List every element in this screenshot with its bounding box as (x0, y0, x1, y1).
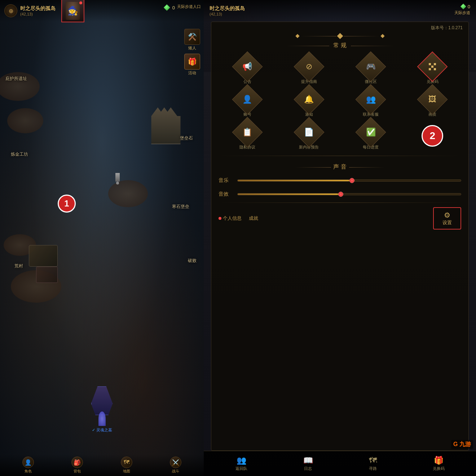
right-nav-party[interactable]: 👥 返回队 (231, 454, 252, 473)
left-nav-icon-1: 👤 (22, 457, 34, 468)
icon-redeem-diamond (422, 56, 443, 77)
icon-account[interactable]: 👤 账号 (219, 89, 276, 117)
left-bottom-nav: 👤 角色 🎒 背包 🗺 地图 ⚔️ 战斗 (0, 454, 204, 476)
qr-cell (429, 66, 431, 68)
sfx-slider-row: 音效 (219, 187, 461, 201)
coldstone-label: 寒石堡垒 (172, 204, 189, 210)
right-location: 时之尽头的孤岛 (42,13) (210, 5, 245, 16)
party-icon: 👥 (237, 456, 246, 465)
announcement-icon: 📢 (242, 62, 252, 71)
right-topbar: 时之尽头的孤岛 (42,13) 0 天际步道 (204, 0, 476, 22)
soul-tomb-label: 灵魂之墓 (96, 427, 112, 433)
privacy-icon: 📋 (242, 128, 252, 137)
icon-privacy[interactable]: 📋 隐私协议 (219, 121, 276, 150)
icon-quality[interactable]: 🖼 画质 (404, 89, 461, 117)
log-icon: 📖 (303, 456, 313, 465)
qr-cell (431, 63, 433, 65)
left-nav-icon-3: 🗺 (121, 457, 132, 468)
right-nav-pathfind[interactable]: 🗺 寻路 (365, 454, 381, 473)
step-badge-2: 2 (422, 125, 443, 147)
watermark: G 九游 (451, 440, 473, 449)
right-topbar-extra: 天际步道 (454, 10, 470, 15)
section-general-title: 常 规 (211, 40, 468, 52)
redeem-icon (429, 63, 436, 70)
icon-announcement[interactable]: 📢 公告 (219, 56, 276, 84)
right-currency-gem-icon (460, 4, 466, 9)
personal-info-button[interactable]: 个人信息 (219, 215, 242, 222)
icon-support-diamond: 👥 (360, 89, 382, 110)
settings-button[interactable]: ⚙ 设置 (433, 207, 461, 230)
portrait-figure: 🧙 (62, 0, 84, 22)
terrain-rock-5 (108, 180, 148, 207)
right-currency: 0 (460, 4, 470, 9)
icon-notification-diamond: 🔔 (298, 89, 320, 110)
sfx-slider-fill (238, 193, 338, 195)
personal-row: 个人信息 成就 ⚙ 设置 (211, 204, 468, 232)
icon-support[interactable]: 👥 联系客服 (342, 89, 400, 117)
sfx-slider-track[interactable] (237, 193, 461, 195)
icon-preview-diamond: 📄 (298, 121, 320, 143)
notification-icon: 🔔 (304, 95, 314, 104)
qr-cell (429, 68, 431, 70)
icon-preview[interactable]: 📄 新内容预告 (280, 121, 338, 150)
left-nav-item-4[interactable]: ⚔️ 战斗 (170, 457, 181, 474)
left-nav-item-2[interactable]: 🎒 背包 (71, 457, 83, 474)
music-slider-row: 音乐 (219, 174, 461, 187)
location-icon: ⊕ (4, 4, 17, 17)
support-icon: 👥 (366, 95, 376, 104)
broken-label: 破败 (188, 258, 197, 264)
icon-quality-diamond: 🖼 (422, 89, 443, 110)
character-portrait[interactable]: 🧙 (61, 0, 84, 22)
community-icon: 🎮 (366, 62, 376, 71)
activity-button[interactable]: 🎁 活动 (184, 54, 200, 76)
qr-cell (431, 68, 433, 70)
icon-community[interactable]: 🎮 微社区 (342, 56, 400, 84)
icon-privacy-diamond: 📋 (237, 121, 258, 143)
sfx-slider-thumb[interactable] (338, 192, 343, 197)
music-slider-thumb[interactable] (349, 178, 354, 183)
dwarf-button[interactable]: ⚒️ 矮人 (184, 29, 200, 51)
left-nav-icon-4: ⚔️ (170, 457, 181, 468)
right-currency-value: 0 (468, 4, 470, 9)
settings-label: 设置 (442, 219, 452, 226)
settings-panel: 版本号：1.0.271 常 规 📢 公告 (211, 22, 469, 451)
icon-daily-progress[interactable]: ✅ 每日进度 (342, 121, 400, 150)
icon-redeem[interactable]: 兑换码 (404, 56, 461, 84)
left-nav-icon-2: 🎒 (71, 457, 83, 468)
right-nav-redeem[interactable]: 🎁 兑换码 (428, 454, 449, 473)
qr-cell (431, 66, 433, 68)
music-slider-track[interactable] (237, 179, 461, 182)
shelter-label: 庇护所遗址 (5, 76, 27, 82)
alchemy-label: 炼金工坊 (11, 151, 28, 157)
icon-account-diamond: 👤 (237, 89, 258, 110)
icon-notification[interactable]: 🔔 通知 (280, 89, 338, 117)
soul-tomb: ✓ 灵魂之墓 (91, 386, 113, 433)
icon-guide-diamond: ⊘ (298, 56, 320, 77)
qr-cell (434, 66, 436, 68)
left-nav-item-3[interactable]: 🗺 地图 (121, 457, 132, 474)
top-buttons: ⚒️ 矮人 🎁 活动 (184, 29, 200, 76)
left-topbar: ⊕ 时之尽头的孤岛 (42,13) 🧙 0 天际步道人口 (0, 0, 204, 22)
topbar-label: 天际步道人口 (177, 3, 201, 9)
qr-cell (429, 63, 431, 65)
sound-title: 声 音 (219, 160, 461, 174)
icon-daily-diamond: ✅ (360, 121, 382, 143)
decorative-diamonds (211, 32, 468, 40)
daily-icon: ✅ (366, 128, 376, 137)
right-location-coords: (42,13) (210, 12, 245, 16)
achievement-label: 成就 (249, 215, 258, 222)
currency-gem-icon (164, 4, 170, 11)
quality-icon: 🖼 (428, 95, 436, 104)
music-label: 音乐 (219, 177, 233, 184)
left-nav-item-1[interactable]: 👤 角色 (22, 457, 34, 474)
personal-info-label: 个人信息 (223, 215, 242, 222)
icon-guide[interactable]: ⊘ 提升指南 (280, 56, 338, 84)
left-panel: ✓ 灵魂之墓 1 庇护所遗址 炼金工坊 堡垒石 寒石堡垒 荒村 破败 ⊕ 时之尽… (0, 0, 204, 476)
achievement-button[interactable]: 成就 (249, 215, 258, 222)
nav-redeem-icon: 🎁 (434, 456, 444, 465)
dwarf-icon-box: ⚒️ (184, 29, 200, 45)
step-marker-1: 1 (58, 195, 76, 213)
version-text: 版本号：1.0.271 (211, 22, 468, 32)
activity-icon-box: 🎁 (184, 54, 200, 70)
right-nav-log[interactable]: 📖 日志 (299, 454, 317, 473)
